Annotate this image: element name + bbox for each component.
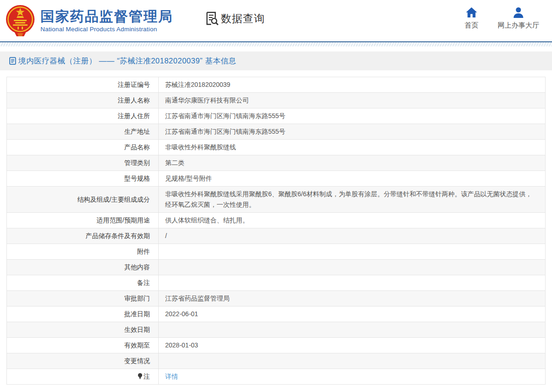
page-title: 境内医疗器械（注册） —— “苏械注准20182020039” 基本信息 [18, 56, 236, 66]
registration-info-table: 注册证编号苏械注准20182020039注册人名称南通华尔康医疗科技有限公司注册… [6, 77, 546, 385]
row-label: 备注 [7, 275, 159, 291]
home-icon [466, 6, 477, 18]
table-row: 型号规格见规格/型号附件 [7, 171, 546, 187]
row-value: 南通华尔康医疗科技有限公司 [159, 93, 546, 108]
table-row: 有效期至2028-01-03 [7, 338, 546, 353]
data-query-section[interactable]: 数据查询 [205, 11, 265, 26]
nav-home[interactable]: 首页 [465, 6, 478, 30]
nav-service-hall-label: 网上办事大厅 [498, 21, 539, 30]
table-row: 审批部门江苏省药品监督管理局 [7, 291, 546, 307]
row-value: 非吸收性外科聚酰胺缝线 [159, 140, 546, 155]
table-row: 注详情 [7, 369, 546, 385]
table-row: 其他内容 [7, 260, 546, 275]
table-row: 生产地址江苏省南通市海门区海门镇南海东路555号 [7, 124, 546, 140]
table-row: 批准日期2022-06-01 [7, 307, 546, 322]
row-value [159, 275, 546, 291]
org-title: 国家药品监督管理局 [40, 9, 173, 24]
row-label: 批准日期 [7, 307, 159, 322]
site-logo[interactable]: 国家药品监督管理局 National Medical Products Admi… [0, 4, 173, 37]
table-row: 注册证编号苏械注准20182020039 [7, 77, 546, 93]
row-label: 注册人住所 [7, 108, 159, 124]
row-label: 产品名称 [7, 140, 159, 155]
row-label: 型号规格 [7, 171, 159, 187]
data-query-label: 数据查询 [221, 11, 265, 26]
nav-service-hall[interactable]: 网上办事大厅 [498, 6, 539, 30]
row-value: 苏械注准20182020039 [159, 77, 546, 93]
row-label: 其他内容 [7, 260, 159, 275]
table-row: 注册人住所江苏省南通市海门区海门镇南海东路555号 [7, 108, 546, 124]
nav-home-label: 首页 [465, 21, 478, 30]
table-row: 结构及组成/主要组成成分非吸收性外科聚酰胺缝线采用聚酰胺6、聚酰胺6/6材料制成… [7, 187, 546, 213]
person-icon [512, 6, 524, 18]
row-value [159, 244, 546, 260]
document-search-icon [205, 11, 219, 26]
row-label: 变更情况 [7, 353, 159, 369]
row-label: 注册证编号 [7, 77, 159, 93]
row-label: 适用范围/预期用途 [7, 213, 159, 228]
national-emblem-icon [6, 4, 35, 37]
row-value: 非吸收性外科聚酰胺缝线采用聚酰胺6、聚酰胺6/6材料制成，为单股有涂层。分带缝针… [159, 187, 546, 213]
row-label: 管理类别 [7, 155, 159, 171]
row-value: 详情 [159, 369, 546, 385]
row-value [159, 322, 546, 338]
table-row: 注册人名称南通华尔康医疗科技有限公司 [7, 93, 546, 108]
page-title-bar: 境内医疗器械（注册） —— “苏械注准20182020039” 基本信息 [0, 51, 552, 70]
row-value [159, 353, 546, 369]
header-divider [0, 41, 552, 46]
header-nav: 首页 网上办事大厅 [465, 6, 539, 30]
row-label: 注 [7, 369, 159, 385]
table-row: 产品储存条件及有效期/ [7, 228, 546, 244]
row-value: 第二类 [159, 155, 546, 171]
row-value: 2022-06-01 [159, 307, 546, 322]
row-value: 供人体软组织缝合、结扎用。 [159, 213, 546, 228]
org-subtitle: National Medical Products Administration [40, 26, 173, 33]
spacer [0, 46, 552, 51]
row-value: / [159, 228, 546, 244]
row-value: 见规格/型号附件 [159, 171, 546, 187]
table-row: 备注 [7, 275, 546, 291]
row-value: 2028-01-03 [159, 338, 546, 353]
table-row: 管理类别第二类 [7, 155, 546, 171]
row-value: 江苏省南通市海门区海门镇南海东路555号 [159, 108, 546, 124]
row-label: 生产地址 [7, 124, 159, 140]
row-label: 有效期至 [7, 338, 159, 353]
info-table-body: 注册证编号苏械注准20182020039注册人名称南通华尔康医疗科技有限公司注册… [7, 77, 546, 385]
details-link[interactable]: 详情 [165, 373, 178, 380]
row-value: 江苏省药品监督管理局 [159, 291, 546, 307]
row-value: 江苏省南通市海门区海门镇南海东路555号 [159, 124, 546, 140]
row-label: 审批部门 [7, 291, 159, 307]
bulb-icon [138, 373, 143, 380]
row-label: 产品储存条件及有效期 [7, 228, 159, 244]
table-row: 适用范围/预期用途供人体软组织缝合、结扎用。 [7, 213, 546, 228]
table-row: 附件 [7, 244, 546, 260]
document-icon [9, 57, 16, 65]
registration-info-table-wrap: 注册证编号苏械注准20182020039注册人名称南通华尔康医疗科技有限公司注册… [6, 77, 546, 385]
row-value [159, 260, 546, 275]
row-label: 生效日期 [7, 322, 159, 338]
row-label-text: 注 [144, 373, 150, 380]
row-label: 注册人名称 [7, 93, 159, 108]
site-header: 国家药品监督管理局 National Medical Products Admi… [0, 0, 552, 41]
row-label: 附件 [7, 244, 159, 260]
table-row: 变更情况 [7, 353, 546, 369]
table-row: 生效日期 [7, 322, 546, 338]
row-label: 结构及组成/主要组成成分 [7, 187, 159, 213]
table-row: 产品名称非吸收性外科聚酰胺缝线 [7, 140, 546, 155]
